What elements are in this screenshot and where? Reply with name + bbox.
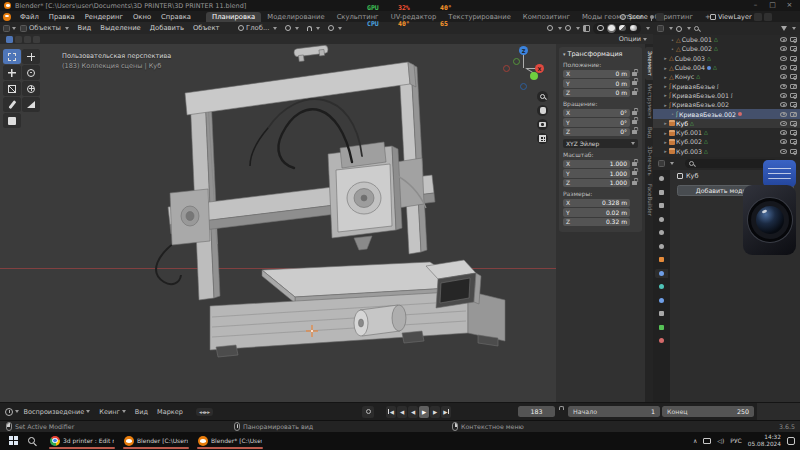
editor-type-icon[interactable] [3,25,10,32]
3d-viewport[interactable]: Пользовательская перспектива (183) Колле… [0,44,653,402]
close-button[interactable]: × [781,0,798,11]
render-camera-icon[interactable] [790,46,797,51]
tool-transform-button[interactable] [22,81,40,96]
prev-key-button[interactable]: ◀ [397,406,407,418]
blender-logo-icon[interactable] [3,13,11,21]
next-key-button[interactable]: ▶ [430,406,440,418]
scene-selector[interactable]: Scene [620,12,664,21]
render-camera-icon[interactable] [790,112,797,117]
disclosure-icon[interactable]: ▸ [663,92,668,98]
play-back-button[interactable]: ◀ [408,406,418,418]
tool-option-icon[interactable] [15,36,22,43]
axis-x-ball[interactable]: X [535,64,544,73]
lock-icon[interactable] [632,111,637,115]
properties-tab-particles[interactable] [655,282,668,291]
shading-material-icon[interactable] [618,24,627,33]
transform-Y-field[interactable]: Y0.02 m [563,208,630,217]
lock-icon[interactable] [632,130,637,134]
render-camera-icon[interactable] [790,56,797,61]
navigation-gizmo[interactable]: Z X [501,46,547,92]
disclosure-icon[interactable]: ▸ [663,102,668,108]
disclosure-icon[interactable]: • [670,46,675,52]
tool-add-cube-button[interactable] [3,113,21,128]
properties-tab-render[interactable] [655,188,668,197]
tool-annotate-button[interactable] [3,97,21,112]
outliner-row[interactable]: ▸Куб.001△ [653,128,800,137]
properties-tab-material[interactable] [655,336,668,345]
transform-X-field[interactable]: X0.328 m [563,199,630,208]
overlays-icon[interactable] [565,25,571,31]
transform-X-field[interactable]: X0° [563,109,630,118]
lock-icon[interactable] [632,171,637,175]
workspace-tab[interactable]: Скульптинг [331,12,385,23]
disclosure-icon[interactable]: ▸ [663,120,668,126]
n-panel-tab-FaceBuilder[interactable]: FaceBuilder [645,180,653,220]
disclosure-icon[interactable]: ▸ [663,139,668,145]
properties-tab-output[interactable] [655,201,668,210]
pivot-point[interactable] [285,25,299,31]
disclosure-icon[interactable]: ▸ [663,83,668,89]
properties-tab-view-layer[interactable] [655,215,668,224]
axis-y-ball[interactable] [530,72,538,80]
taskbar-app[interactable]: 3d printer : Edit m... [47,433,117,449]
tool-rotate-button[interactable] [22,65,40,80]
render-camera-icon[interactable] [790,139,797,144]
jump-start-button[interactable]: ◀ [386,406,396,418]
tool-cursor-button[interactable] [22,49,40,64]
mode-selector[interactable]: Объекты [20,24,69,32]
pin-icon[interactable] [650,15,654,19]
render-camera-icon[interactable] [790,102,797,107]
visibility-eye-icon[interactable] [780,130,787,135]
active-tool-icon[interactable] [6,36,13,43]
options-dropdown[interactable]: Опции [619,35,647,43]
timeline-menu-Вид[interactable]: Вид [135,408,148,416]
new-viewlayer-button[interactable] [754,13,762,21]
timeline-menu-Маркер[interactable]: Маркер [157,408,183,416]
viewport-menu-Добавить[interactable]: Добавить [150,24,184,32]
lock-icon[interactable] [632,81,637,85]
outliner-row[interactable]: ▸Куб△ [653,119,800,128]
frame-start-field[interactable]: Начало 1 [568,406,660,417]
lock-icon[interactable] [632,120,637,124]
frame-end-field[interactable]: Конец 250 [662,406,754,417]
transform-Y-field[interactable]: Y1.000 [563,169,630,178]
search-icon[interactable] [694,26,699,31]
tool-scale-button[interactable] [3,81,21,96]
camera-view-button[interactable] [537,119,548,130]
viewlayer-selector[interactable]: ViewLayer [710,12,772,21]
render-camera-icon[interactable] [790,74,797,79]
menu-Правка[interactable]: Правка [49,13,75,21]
axis-y-neg-ball[interactable] [513,58,520,65]
start-button[interactable] [9,436,18,445]
outliner-row[interactable]: ▸△Конус△ [653,72,800,81]
outliner-row[interactable]: ▸ʃКриваяБезьеʃ [653,81,800,90]
shading-rendered-icon[interactable] [629,24,638,33]
workspace-tab[interactable]: Текстурирование [442,12,517,23]
visibility-eye-icon[interactable] [780,46,787,51]
filter-type-icon[interactable] [676,26,682,32]
tool-select-box-button[interactable] [3,49,21,64]
new-scene-button[interactable] [656,13,664,21]
properties-tab-object[interactable] [655,255,668,264]
viewport-menu-Выделение[interactable]: Выделение [100,24,140,32]
filter-icon[interactable] [781,26,787,31]
visibility-eye-icon[interactable] [780,112,787,117]
tray-clock[interactable]: 14:32 05.08.2024 [748,434,781,447]
speaker-icon[interactable]: ◁) [717,437,724,444]
axis-z-ball[interactable]: Z [519,46,528,55]
workspace-tab[interactable]: Композитинг [517,12,576,23]
visibility-eye-icon[interactable] [780,74,787,79]
workspace-tab[interactable]: UV-редактор [385,12,443,23]
visibility-eye-icon[interactable] [780,37,787,42]
menu-Окно[interactable]: Окно [133,13,151,21]
disclosure-icon[interactable]: ▸ [663,55,668,61]
render-camera-icon[interactable] [790,149,797,154]
current-frame-field[interactable]: 183 [518,406,555,417]
transform-orientation[interactable]: Глоб... [238,24,277,32]
tool-measure-button[interactable] [22,97,40,112]
n-panel-tab-3D-печать[interactable]: 3D-печать [645,142,653,180]
transform-Z-field[interactable]: Z0.32 m [563,218,630,227]
properties-tab-physics[interactable] [655,296,668,305]
menu-Рендеринг[interactable]: Рендеринг [85,13,123,21]
play-button[interactable]: ▶ [419,406,429,418]
